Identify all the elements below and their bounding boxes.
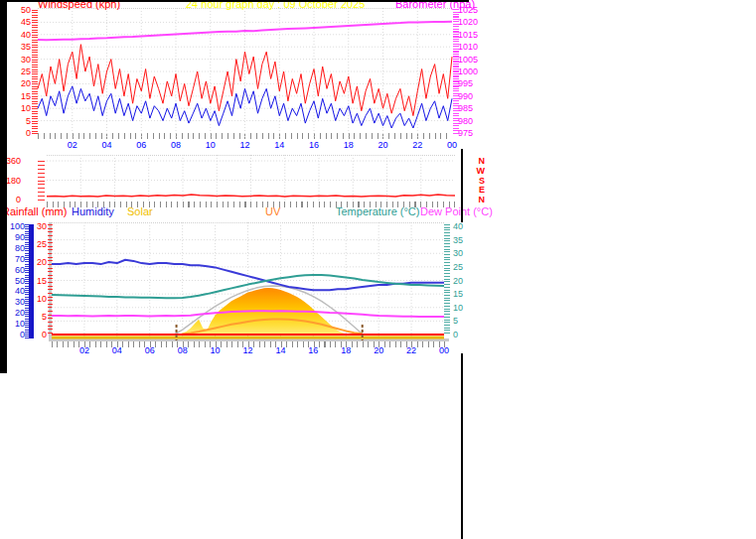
weather-graph-window: Windspeed (kph) 24 hour graph day : 09 O… — [0, 0, 756, 539]
temp-tick-label: 40 — [453, 222, 463, 231]
temp-tick-label: 0 — [453, 331, 458, 339]
temp-tick-label: 20 — [453, 276, 463, 285]
hour-tick-label: 08 — [171, 141, 181, 150]
compass-letter: N — [479, 157, 486, 166]
kph-tick-label: 0 — [26, 129, 31, 138]
kph-tick-label: 45 — [21, 18, 31, 27]
rain-tick-label: 5 — [42, 312, 47, 321]
hour-tick-label: 00 — [447, 141, 457, 150]
window-frame-right-upper — [461, 149, 463, 222]
humidity-tick-label: 50 — [15, 276, 25, 285]
window-frame-left — [0, 0, 7, 373]
hour-tick-label: 20 — [374, 346, 383, 355]
hour-tick-label: 08 — [178, 346, 188, 355]
hpa-tick-label: 980 — [458, 116, 473, 125]
deg-tick-label: 180 — [6, 176, 21, 185]
hour-tick-label: 22 — [406, 346, 416, 355]
hpa-tick-label: 995 — [458, 79, 473, 88]
main-chart-plot-area — [52, 222, 444, 339]
hour-tick-label: 18 — [344, 141, 354, 150]
hour-tick-label: 14 — [275, 346, 285, 355]
temp-tick-label: 25 — [453, 262, 463, 271]
hour-tick-label: 10 — [206, 141, 216, 150]
humidity-tick-label: 20 — [15, 309, 25, 318]
wind-chart-plot-area — [38, 8, 452, 140]
humidity-tick-label: 30 — [15, 298, 25, 307]
hour-tick-label: 18 — [341, 346, 351, 355]
humidity-tick-label: 70 — [15, 254, 25, 263]
rain-tick-label: 25 — [37, 240, 47, 249]
hour-tick-label: 06 — [145, 346, 155, 355]
compass-letter: W — [477, 166, 486, 175]
kph-tick-label: 25 — [21, 67, 31, 76]
compass-letter: N — [479, 196, 486, 204]
kph-tick-label: 10 — [21, 104, 31, 113]
temp-tick-label: 5 — [453, 317, 458, 326]
hpa-tick-label: 1025 — [458, 6, 478, 15]
hour-tick-label: 06 — [136, 141, 146, 150]
humidity-axis-ticks — [25, 224, 29, 338]
humidity-tick-label: 10 — [15, 320, 25, 329]
rain-tick-label: 0 — [42, 331, 47, 339]
direction-axis-ticks — [38, 161, 45, 201]
temp-tick-label: 30 — [453, 249, 463, 258]
hpa-tick-label: 985 — [458, 104, 473, 113]
kph-tick-label: 20 — [21, 79, 31, 88]
humidity-tick-label: 40 — [15, 287, 25, 296]
legend-uv: UV — [265, 205, 280, 217]
hour-tick-label: 20 — [378, 141, 387, 150]
hpa-tick-label: 1000 — [458, 67, 478, 76]
hpa-tick-label: 1015 — [458, 30, 478, 39]
wind-chart-xaxis-ticks — [38, 133, 452, 139]
hour-tick-label: 04 — [112, 346, 122, 355]
legend-humidity: Humidity — [72, 205, 114, 217]
rain-tick-label: 30 — [37, 222, 47, 231]
legend-dew-point: Dew Point (°C) — [420, 205, 493, 217]
windspeed-axis-ticks — [32, 10, 38, 134]
hour-tick-label: 22 — [412, 141, 422, 150]
hour-tick-label: 16 — [309, 141, 319, 150]
temp-tick-label: 10 — [453, 303, 463, 312]
rain-tick-label: 20 — [37, 258, 47, 267]
window-frame-right-lower — [461, 353, 463, 539]
hour-tick-label: 02 — [68, 141, 77, 150]
wind-direction-plot-area — [47, 155, 455, 202]
humidity-tick-label: 80 — [15, 243, 25, 252]
kph-tick-label: 40 — [21, 30, 31, 39]
hour-tick-label: 10 — [211, 346, 221, 355]
rainfall-axis-ticks — [48, 224, 53, 336]
humidity-tick-label: 0 — [20, 331, 25, 339]
hour-tick-label: 12 — [239, 141, 249, 150]
window-frame-top — [0, 0, 469, 2]
hpa-tick-label: 975 — [458, 129, 473, 138]
kph-tick-label: 30 — [21, 55, 31, 64]
humidity-axis-bar — [29, 224, 34, 338]
legend-temperature: Temperature (°C) — [336, 205, 419, 217]
temp-tick-label: 35 — [453, 235, 463, 244]
kph-tick-label: 5 — [26, 116, 31, 125]
hpa-tick-label: 1005 — [458, 55, 478, 64]
humidity-tick-label: 60 — [15, 265, 25, 274]
hour-tick-label: 00 — [439, 346, 449, 355]
humidity-tick-label: 100 — [10, 222, 25, 231]
legend-rainfall: Rainfall (mm) — [2, 205, 67, 217]
rain-tick-label: 15 — [37, 276, 47, 285]
legend-solar: Solar — [127, 205, 153, 217]
hpa-tick-label: 990 — [458, 91, 473, 100]
kph-tick-label: 35 — [21, 43, 31, 52]
temp-tick-label: 15 — [453, 290, 463, 299]
temperature-axis-ticks — [444, 224, 450, 336]
compass-letter: S — [479, 176, 485, 185]
hour-tick-label: 04 — [101, 141, 111, 150]
deg-tick-label: 0 — [16, 196, 21, 204]
kph-tick-label: 15 — [21, 91, 31, 100]
deg-tick-label: 360 — [6, 157, 21, 166]
hour-tick-label: 14 — [274, 141, 284, 150]
hour-tick-label: 12 — [242, 346, 252, 355]
humidity-tick-label: 90 — [15, 232, 25, 241]
hour-tick-label: 16 — [308, 346, 318, 355]
hpa-tick-label: 1020 — [458, 18, 478, 27]
hour-tick-label: 02 — [79, 346, 89, 355]
rain-tick-label: 10 — [37, 294, 47, 303]
hpa-tick-label: 1010 — [458, 43, 478, 52]
